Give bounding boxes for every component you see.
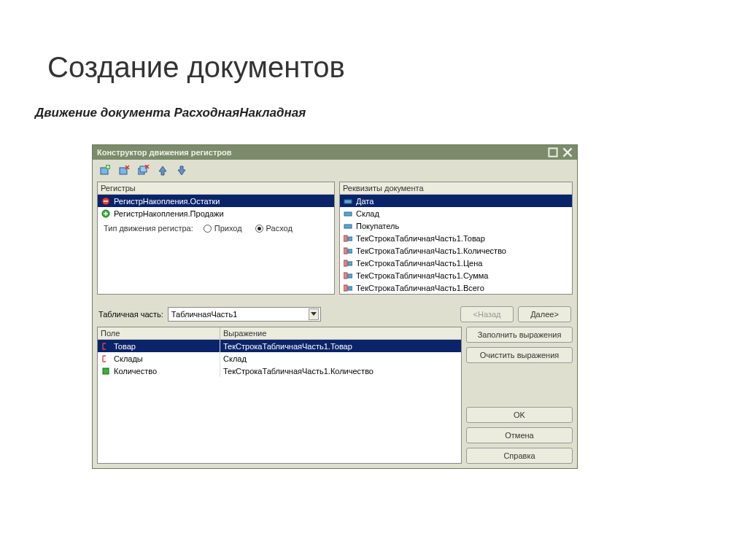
radio-income[interactable]: Приход xyxy=(204,224,242,233)
attribute-label: ТекСтрокаТабличнаяЧасть1.Цена xyxy=(356,259,482,268)
fill-expressions-button[interactable]: Заполнить выражения xyxy=(466,327,573,343)
register-label: РегистрНакопления.Продажи xyxy=(114,209,224,218)
radio-icon xyxy=(255,225,263,233)
move-down-icon[interactable] xyxy=(174,164,189,177)
attr-icon xyxy=(343,209,353,218)
radio-expense-label: Расход xyxy=(266,224,293,233)
tab-attr-icon xyxy=(343,234,353,243)
help-button[interactable]: Справка xyxy=(466,448,573,464)
attribute-label: Покупатель xyxy=(356,222,399,230)
tab-section-value: ТабличнаяЧасть1 xyxy=(171,310,237,319)
attribute-row[interactable]: Дата xyxy=(340,195,572,207)
tab-attr-icon xyxy=(343,259,353,268)
ok-button[interactable]: OK xyxy=(466,407,573,423)
svg-rect-19 xyxy=(344,200,352,203)
movement-type-row: Тип движения регистра: Приход Расход xyxy=(98,219,334,236)
close-icon[interactable] xyxy=(562,148,573,157)
table-row[interactable]: Склады Склад xyxy=(98,352,461,365)
titlebar: Конструктор движения регистров xyxy=(93,145,577,160)
plus-icon xyxy=(101,209,111,218)
svg-rect-22 xyxy=(344,236,347,241)
attributes-list[interactable]: Дата Склад Покупатель ТекСтрокаТабличная… xyxy=(340,195,572,294)
movement-label: Тип движения регистра: xyxy=(104,224,193,233)
svg-rect-26 xyxy=(344,260,347,266)
window-title: Конструктор движения регистров xyxy=(97,148,232,157)
clear-expressions-button[interactable]: Очистить выражения xyxy=(466,347,573,363)
attribute-label: Дата xyxy=(356,197,374,206)
expressions-table: Поле Выражение Товар ТекСтрокаТабличнаяЧ… xyxy=(97,327,462,464)
attribute-label: Склад xyxy=(356,209,379,218)
svg-rect-25 xyxy=(348,249,352,253)
attribute-row[interactable]: ТекСтрокаТабличнаяЧасть1.Сумма xyxy=(340,269,572,281)
remove-all-icon[interactable] xyxy=(136,164,151,177)
svg-rect-32 xyxy=(103,368,109,374)
tab-section-select[interactable]: ТабличнаяЧасть1 xyxy=(168,307,321,322)
svg-rect-0 xyxy=(549,148,557,156)
attribute-row[interactable]: ТекСтрокаТабличнаяЧасть1.Количество xyxy=(340,244,572,257)
slide-title: Создание документов xyxy=(0,0,747,84)
register-row[interactable]: РегистрНакопления.Остатки xyxy=(98,195,334,207)
next-button[interactable]: Далее> xyxy=(518,306,571,322)
slide-subtitle: Движение документа РасходнаяНакладная xyxy=(0,84,747,120)
move-up-icon[interactable] xyxy=(155,164,170,177)
attribute-row[interactable]: ТекСтрокаТабличнаяЧасть1.Товар xyxy=(340,232,572,244)
svg-rect-28 xyxy=(344,273,347,279)
toolbar xyxy=(93,160,577,182)
chevron-down-icon xyxy=(309,308,319,320)
attribute-row[interactable]: Покупатель xyxy=(340,219,572,232)
svg-rect-24 xyxy=(344,248,347,254)
table-row[interactable]: Товар ТекСтрокаТабличнаяЧасть1.Товар xyxy=(98,340,461,352)
table-field: Количество xyxy=(114,367,157,376)
svg-rect-20 xyxy=(344,212,352,216)
registers-header: Регистры xyxy=(98,182,334,195)
attribute-label: ТекСтрокаТабличнаяЧасть1.Сумма xyxy=(356,271,488,280)
svg-rect-23 xyxy=(348,237,352,241)
table-header-expr: Выражение xyxy=(220,327,461,339)
attr-icon xyxy=(343,222,353,230)
registers-pane: Регистры РегистрНакопления.Остатки Регис… xyxy=(97,182,335,295)
remove-register-icon[interactable] xyxy=(117,164,132,177)
tab-attr-icon xyxy=(343,271,353,280)
attributes-header: Реквизиты документа xyxy=(340,182,572,195)
attribute-label: ТекСтрокаТабличнаяЧасть1.Товар xyxy=(356,234,485,243)
minus-icon xyxy=(101,197,111,206)
attribute-label: ТекСтрокаТабличнаяЧасть1.Всего xyxy=(356,284,484,292)
attributes-pane: Реквизиты документа Дата Склад Покупател… xyxy=(339,182,573,295)
attr-icon xyxy=(343,197,353,206)
attribute-label: ТекСтрокаТабличнаяЧасть1.Количество xyxy=(356,246,506,255)
cancel-button[interactable]: Отмена xyxy=(466,427,573,443)
table-field: Склады xyxy=(114,354,143,363)
table-header-field: Поле xyxy=(98,327,220,339)
attribute-row[interactable]: Склад xyxy=(340,207,572,219)
tab-section-row: Табличная часть: ТабличнаяЧасть1 <Назад … xyxy=(93,299,577,327)
back-button[interactable]: <Назад xyxy=(460,306,514,322)
table-expr: ТекСтрокаТабличнаяЧасть1.Количество xyxy=(223,367,374,376)
table-expr: ТекСтрокаТабличнаяЧасть1.Товар xyxy=(223,342,352,351)
svg-rect-30 xyxy=(344,285,347,291)
field-arrow-icon xyxy=(101,342,111,351)
table-body[interactable]: Товар ТекСтрокаТабличнаяЧасть1.Товар Скл… xyxy=(98,340,461,377)
tab-section-label: Табличная часть: xyxy=(98,310,163,319)
radio-icon xyxy=(204,225,212,233)
dialog-window: Конструктор движения регистров xyxy=(92,144,578,469)
maximize-icon[interactable] xyxy=(548,148,558,157)
table-expr: Склад xyxy=(223,354,247,363)
attribute-row[interactable]: ТекСтрокаТабличнаяЧасть1.Цена xyxy=(340,257,572,269)
table-field: Товар xyxy=(114,342,136,351)
radio-income-label: Приход xyxy=(214,224,242,233)
registers-list[interactable]: РегистрНакопления.Остатки РегистрНакопле… xyxy=(98,195,334,219)
table-row[interactable]: Количество ТекСтрокаТабличнаяЧасть1.Коли… xyxy=(98,365,461,377)
register-row[interactable]: РегистрНакопления.Продажи xyxy=(98,207,334,219)
radio-expense[interactable]: Расход xyxy=(255,224,293,233)
attribute-row[interactable]: ТекСтрокаТабличнаяЧасть1.Всего xyxy=(340,281,572,294)
field-box-icon xyxy=(101,367,111,376)
field-arrow-icon xyxy=(101,354,111,363)
button-column: Заполнить выражения Очистить выражения O… xyxy=(466,327,573,464)
add-register-icon[interactable] xyxy=(98,164,113,177)
svg-rect-11 xyxy=(140,166,147,172)
svg-rect-31 xyxy=(348,287,352,290)
register-label: РегистрНакопления.Остатки xyxy=(114,197,220,206)
tab-attr-icon xyxy=(343,284,353,292)
svg-rect-21 xyxy=(344,225,352,228)
svg-rect-27 xyxy=(348,262,352,265)
